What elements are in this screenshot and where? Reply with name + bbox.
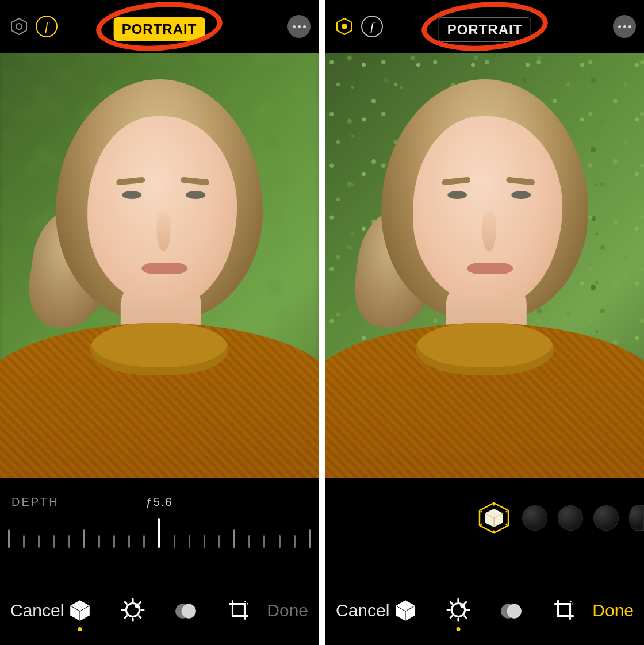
svg-marker-0 [12,18,26,34]
lighting-hex-icon[interactable] [334,16,355,37]
cancel-button[interactable]: Cancel [8,597,66,624]
more-button[interactable] [288,15,310,38]
depth-value: ƒ5.6 [146,496,173,509]
lighting-control [325,478,644,576]
photo-preview[interactable] [0,53,319,478]
svg-line-38 [465,602,466,604]
lighting-option[interactable] [522,505,547,531]
lighting-option[interactable] [593,505,619,531]
adjust-dial-icon[interactable] [120,597,146,623]
adjust-dial-icon[interactable] [445,597,471,623]
svg-point-40 [507,604,522,619]
lighting-hex-icon[interactable] [8,16,30,37]
phone-screen-right: f PORTRAIT [325,0,644,645]
done-button[interactable]: Done [264,597,310,624]
top-bar: f PORTRAIT [325,0,644,53]
lighting-natural-icon[interactable] [476,500,512,536]
depth-slider-marker[interactable] [158,518,160,548]
active-tab-dot [78,627,82,631]
svg-line-37 [450,616,452,618]
filters-icon[interactable] [498,597,524,623]
aperture-f-icon[interactable]: f [361,16,383,37]
svg-point-1 [16,24,22,29]
svg-point-17 [342,24,347,29]
depth-label: DEPTH [12,496,59,509]
photo-subject [0,53,319,478]
portrait-cube-icon[interactable] [67,597,93,623]
svg-point-22 [505,510,507,512]
svg-line-13 [139,602,141,604]
bottom-toolbar: Cancel Done [0,576,319,645]
svg-line-35 [450,602,452,604]
crop-rotate-icon[interactable] [551,597,577,623]
lighting-options[interactable] [476,500,644,536]
svg-point-21 [493,504,494,505]
svg-point-15 [182,604,196,619]
lighting-option[interactable] [629,505,644,531]
svg-line-12 [125,616,126,618]
crop-rotate-icon[interactable] [225,597,252,623]
top-bar: f PORTRAIT [0,0,319,53]
portrait-cube-icon[interactable] [392,597,419,623]
svg-point-26 [480,510,482,512]
filters-icon[interactable] [172,597,199,623]
svg-point-23 [505,523,507,525]
svg-line-11 [139,616,141,618]
depth-slider[interactable] [8,529,310,559]
edit-tool-tabs [392,597,577,623]
svg-line-10 [125,602,126,604]
svg-point-25 [480,523,482,525]
photo-preview[interactable] [325,53,644,478]
portrait-mode-badge[interactable]: PORTRAIT [439,17,531,42]
cancel-button[interactable]: Cancel [334,597,392,624]
phone-screen-left: f PORTRAIT [0,0,319,645]
edit-tool-tabs [67,597,252,623]
depth-control: DEPTH ƒ5.6 [0,478,319,576]
lighting-option[interactable] [558,505,583,531]
done-button[interactable]: Done [590,597,636,624]
portrait-mode-badge[interactable]: PORTRAIT [114,17,205,41]
photo-subject [325,53,644,478]
svg-line-36 [465,616,466,618]
svg-point-24 [493,530,494,532]
more-button[interactable] [613,15,636,38]
bottom-toolbar: Cancel Done [325,576,644,645]
active-tab-dot [457,627,461,631]
aperture-f-icon[interactable]: f [36,16,57,37]
